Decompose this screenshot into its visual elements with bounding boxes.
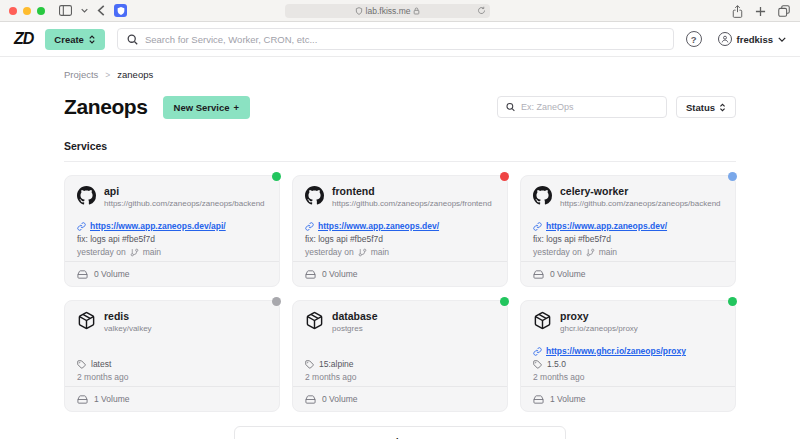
services-section-title: Services bbox=[64, 140, 736, 152]
volume-count: 0 Volume bbox=[322, 394, 357, 404]
back-button[interactable] bbox=[97, 5, 105, 16]
service-source: https://github.com/zaneops/zaneops/backe… bbox=[104, 199, 265, 208]
status-dot bbox=[500, 172, 509, 181]
deploy-meta: yesterday on main bbox=[305, 247, 495, 257]
main-content: Projects > zaneops Zaneops New Service +… bbox=[0, 57, 800, 439]
commit-message: fix: logs api #fbe5f7d bbox=[305, 234, 495, 244]
git-branch-icon bbox=[586, 248, 595, 257]
service-source: valkey/valkey bbox=[104, 324, 152, 333]
service-url-link[interactable]: https://www.app.zaneops.dev/ bbox=[546, 221, 667, 231]
volume-footer: 0 Volume bbox=[65, 261, 279, 286]
service-card-database[interactable]: database postgres 15:alpine 2 months ago… bbox=[292, 300, 508, 412]
image-tag-row: 15:alpine bbox=[305, 359, 495, 369]
user-avatar-icon bbox=[718, 32, 732, 46]
link-icon bbox=[533, 347, 542, 356]
tag-icon bbox=[305, 360, 314, 369]
deploy-meta: 2 months ago bbox=[533, 372, 723, 382]
service-card-proxy[interactable]: proxy ghcr.io/zaneops/proxy https://www.… bbox=[520, 300, 736, 412]
close-window-button[interactable] bbox=[9, 7, 17, 15]
load-more-button[interactable]: Load More bbox=[234, 426, 566, 439]
service-url-row: https://www.app.zaneops.dev/ bbox=[533, 221, 723, 231]
share-icon[interactable] bbox=[732, 5, 743, 18]
service-url-link[interactable]: https://www.app.zaneops.dev/api/ bbox=[90, 221, 226, 231]
user-menu[interactable]: fredkiss bbox=[718, 32, 786, 46]
service-name: api bbox=[104, 185, 265, 197]
chevron-down-icon bbox=[778, 37, 786, 42]
privacy-shield-icon bbox=[355, 7, 363, 15]
reload-icon[interactable] bbox=[477, 6, 486, 15]
volume-count: 0 Volume bbox=[322, 269, 357, 279]
service-url-row: https://www.app.zaneops.dev/ bbox=[305, 221, 495, 231]
commit-message: fix: logs api #fbe5f7d bbox=[533, 234, 723, 244]
sidebar-chevron-icon[interactable] bbox=[81, 8, 88, 13]
new-tab-icon[interactable] bbox=[755, 6, 766, 17]
link-icon bbox=[77, 222, 86, 231]
volume-count: 1 Volume bbox=[550, 394, 585, 404]
service-url-row: https://www.ghcr.io/zaneops/proxy bbox=[533, 346, 723, 356]
window-controls[interactable] bbox=[9, 7, 45, 15]
git-branch-icon bbox=[358, 248, 367, 257]
package-icon bbox=[77, 311, 96, 330]
link-icon bbox=[533, 222, 542, 231]
lock-icon bbox=[413, 7, 420, 15]
service-filter-search[interactable] bbox=[497, 96, 667, 118]
deploy-meta: 2 months ago bbox=[305, 372, 495, 382]
service-source: https://github.com/zaneops/zaneops/backe… bbox=[560, 199, 721, 208]
status-dot bbox=[728, 172, 737, 181]
hard-drive-icon bbox=[305, 269, 316, 280]
global-search[interactable] bbox=[117, 28, 674, 50]
service-url-row: https://www.app.zaneops.dev/api/ bbox=[77, 221, 267, 231]
volume-footer: 0 Volume bbox=[521, 261, 735, 286]
github-icon bbox=[77, 186, 96, 205]
adblock-extension-icon[interactable] bbox=[114, 4, 127, 17]
service-source: ghcr.io/zaneops/proxy bbox=[560, 324, 638, 333]
tab-overview-icon[interactable] bbox=[778, 5, 790, 17]
deploy-meta: 2 months ago bbox=[77, 372, 267, 382]
section-divider bbox=[64, 161, 736, 162]
service-url-link[interactable]: https://www.ghcr.io/zaneops/proxy bbox=[546, 346, 686, 356]
service-name: database bbox=[332, 310, 378, 322]
volume-count: 0 Volume bbox=[550, 269, 585, 279]
page-title: Zaneops bbox=[64, 95, 148, 119]
new-service-button[interactable]: New Service + bbox=[163, 96, 251, 119]
status-dot bbox=[500, 297, 509, 306]
status-dot bbox=[728, 297, 737, 306]
github-icon bbox=[305, 186, 324, 205]
breadcrumb-current: zaneops bbox=[117, 69, 153, 80]
service-card-api[interactable]: api https://github.com/zaneops/zaneops/b… bbox=[64, 175, 280, 287]
service-card-frontend[interactable]: frontend https://github.com/zaneops/zane… bbox=[292, 175, 508, 287]
service-filter-input[interactable] bbox=[521, 102, 658, 112]
volume-footer: 0 Volume bbox=[293, 261, 507, 286]
deploy-meta: yesterday on main bbox=[533, 247, 723, 257]
service-card-redis[interactable]: redis valkey/valkey latest 2 months ago … bbox=[64, 300, 280, 412]
package-icon bbox=[533, 311, 552, 330]
chevrons-up-down-icon bbox=[88, 35, 96, 44]
help-button[interactable]: ? bbox=[686, 31, 702, 47]
image-tag: 1.5.0 bbox=[547, 359, 566, 369]
status-dot bbox=[272, 297, 281, 306]
tag-icon bbox=[77, 360, 86, 369]
breadcrumb-projects[interactable]: Projects bbox=[64, 69, 98, 80]
package-icon bbox=[305, 311, 324, 330]
url-text: lab.fkiss.me bbox=[366, 6, 411, 16]
hard-drive-icon bbox=[77, 269, 88, 280]
minimize-window-button[interactable] bbox=[23, 7, 31, 15]
service-source: postgres bbox=[332, 324, 378, 333]
global-search-input[interactable] bbox=[145, 34, 664, 45]
search-icon bbox=[127, 34, 138, 45]
status-filter-button[interactable]: Status bbox=[676, 96, 736, 118]
volume-footer: 1 Volume bbox=[521, 386, 735, 411]
address-bar[interactable]: lab.fkiss.me bbox=[285, 4, 490, 18]
service-source: https://github.com/zaneops/zaneops/front… bbox=[332, 199, 492, 208]
chevrons-up-down-icon bbox=[719, 103, 726, 112]
zoom-window-button[interactable] bbox=[37, 7, 45, 15]
volume-footer: 1 Volume bbox=[65, 386, 279, 411]
hard-drive-icon bbox=[305, 394, 316, 405]
service-card-celery-worker[interactable]: celery-worker https://github.com/zaneops… bbox=[520, 175, 736, 287]
zaneops-logo[interactable]: ZD bbox=[14, 30, 33, 48]
sidebar-toggle-icon[interactable] bbox=[59, 5, 72, 16]
create-button[interactable]: Create bbox=[45, 29, 105, 50]
service-url-link[interactable]: https://www.app.zaneops.dev/ bbox=[318, 221, 439, 231]
branch-name: main bbox=[599, 247, 617, 257]
service-name: celery-worker bbox=[560, 185, 721, 197]
